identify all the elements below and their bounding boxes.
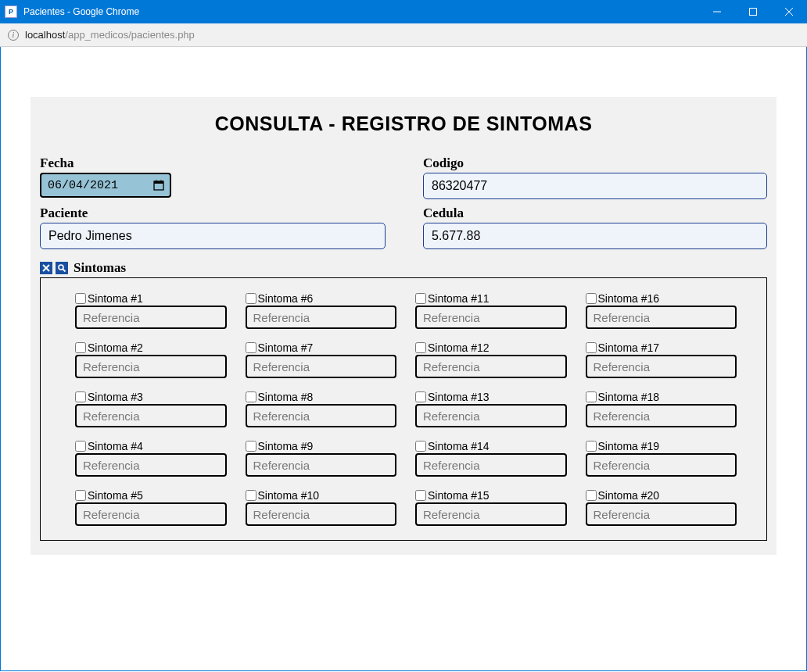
paciente-input[interactable] (40, 223, 386, 249)
sintoma-item: Sintoma #7 (246, 341, 397, 378)
url-host: localhost (25, 29, 65, 41)
sintoma-label: Sintoma #10 (258, 489, 320, 502)
sintoma-label: Sintoma #18 (598, 391, 660, 403)
sintoma-checkbox[interactable] (586, 441, 597, 452)
sintoma-ref-input[interactable] (246, 355, 397, 378)
sintoma-checkbox[interactable] (415, 391, 426, 402)
page: CONSULTA - REGISTRO DE SINTOMAS Fecha 06… (12, 58, 795, 555)
codigo-input[interactable] (423, 173, 767, 199)
sintoma-checkbox[interactable] (246, 441, 256, 452)
sintoma-label: Sintoma #17 (598, 341, 660, 354)
sintoma-ref-input[interactable] (586, 404, 737, 427)
sintoma-item: Sintoma #16 (586, 292, 737, 329)
sintoma-check-row: Sintoma #6 (246, 292, 397, 305)
sintoma-check-row: Sintoma #11 (415, 292, 567, 305)
window-close-button[interactable] (771, 0, 807, 23)
sintoma-item: Sintoma #10 (246, 489, 397, 526)
sintoma-ref-input[interactable] (586, 306, 737, 329)
sintoma-ref-input[interactable] (586, 453, 737, 477)
sintoma-item: Sintoma #18 (586, 391, 737, 427)
sintoma-ref-input[interactable] (415, 453, 567, 477)
paciente-label: Paciente (40, 206, 386, 221)
sintoma-ref-input[interactable] (415, 502, 567, 526)
sintoma-checkbox[interactable] (75, 441, 86, 452)
close-section-button[interactable] (40, 262, 52, 274)
sintoma-checkbox[interactable] (75, 342, 86, 353)
sintoma-ref-input[interactable] (246, 306, 397, 329)
field-cedula: Cedula (423, 206, 767, 249)
sintoma-checkbox[interactable] (415, 342, 426, 353)
sintoma-check-row: Sintoma #20 (586, 489, 737, 502)
sintoma-checkbox[interactable] (586, 342, 597, 353)
sintoma-checkbox[interactable] (415, 441, 426, 452)
sintoma-ref-input[interactable] (246, 453, 397, 477)
sintoma-ref-input[interactable] (586, 502, 737, 526)
sintomas-grid: Sintoma #1Sintoma #2Sintoma #3Sintoma #4… (40, 277, 767, 541)
sintoma-item: Sintoma #15 (415, 489, 567, 526)
sintoma-item: Sintoma #8 (246, 391, 397, 427)
cedula-input[interactable] (423, 223, 767, 249)
sintoma-check-row: Sintoma #9 (246, 440, 397, 452)
sintoma-label: Sintoma #6 (258, 292, 314, 305)
address-bar[interactable]: i localhost/app_medicos/pacientes.php (0, 23, 807, 47)
sintoma-ref-input[interactable] (75, 306, 227, 329)
window-titlebar: P Pacientes - Google Chrome (0, 0, 807, 23)
fecha-input[interactable]: 06/04/2021 (40, 173, 171, 198)
sintoma-check-row: Sintoma #8 (246, 391, 397, 403)
fecha-label: Fecha (40, 155, 386, 171)
sintoma-checkbox[interactable] (75, 391, 86, 402)
sintoma-ref-input[interactable] (415, 404, 567, 427)
cedula-label: Cedula (423, 206, 767, 221)
sintoma-checkbox[interactable] (246, 293, 256, 304)
sintoma-check-row: Sintoma #4 (75, 440, 227, 452)
sintoma-item: Sintoma #11 (415, 292, 567, 329)
sintoma-check-row: Sintoma #13 (415, 391, 567, 403)
sintoma-label: Sintoma #19 (598, 440, 660, 452)
field-paciente: Paciente (40, 206, 386, 249)
url-path: /app_medicos/pacientes.php (65, 29, 195, 41)
sintoma-label: Sintoma #20 (598, 489, 660, 502)
sintoma-item: Sintoma #20 (586, 489, 737, 526)
sintoma-item: Sintoma #3 (75, 391, 227, 427)
panel-title: CONSULTA - REGISTRO DE SINTOMAS (38, 113, 769, 135)
sintoma-checkbox[interactable] (586, 391, 597, 402)
sintoma-checkbox[interactable] (75, 293, 86, 304)
sintoma-checkbox[interactable] (246, 391, 256, 402)
sintoma-ref-input[interactable] (75, 453, 227, 477)
sintomas-title: Sintomas (74, 260, 126, 276)
sintoma-item: Sintoma #9 (246, 440, 397, 477)
sintoma-label: Sintoma #16 (598, 292, 660, 305)
svg-line-11 (63, 269, 65, 271)
sintoma-check-row: Sintoma #17 (586, 341, 737, 354)
calendar-icon[interactable] (152, 179, 165, 191)
window-maximize-button[interactable] (735, 0, 771, 23)
search-section-button[interactable] (56, 262, 68, 274)
sintoma-ref-input[interactable] (75, 404, 227, 427)
sintoma-ref-input[interactable] (415, 355, 567, 378)
sintoma-check-row: Sintoma #5 (75, 489, 227, 502)
svg-point-10 (59, 265, 63, 270)
sintoma-checkbox[interactable] (75, 490, 86, 501)
sintoma-check-row: Sintoma #3 (75, 391, 227, 403)
sintoma-label: Sintoma #9 (258, 440, 314, 452)
sintoma-ref-input[interactable] (415, 306, 567, 329)
sintoma-check-row: Sintoma #2 (75, 341, 227, 354)
sintoma-ref-input[interactable] (246, 502, 397, 526)
sintoma-item: Sintoma #1 (75, 292, 227, 329)
sintoma-ref-input[interactable] (75, 355, 227, 378)
sintoma-check-row: Sintoma #16 (586, 292, 737, 305)
sintoma-checkbox[interactable] (586, 293, 597, 304)
sintoma-ref-input[interactable] (75, 502, 227, 526)
sintoma-checkbox[interactable] (586, 490, 597, 501)
sintoma-ref-input[interactable] (246, 404, 397, 427)
sintoma-checkbox[interactable] (246, 490, 256, 501)
sintoma-item: Sintoma #5 (75, 489, 227, 526)
window-minimize-button[interactable] (699, 0, 735, 23)
sintoma-label: Sintoma #4 (88, 440, 143, 452)
sintoma-checkbox[interactable] (415, 490, 426, 501)
viewport: CONSULTA - REGISTRO DE SINTOMAS Fecha 06… (0, 47, 807, 671)
sintoma-ref-input[interactable] (586, 355, 737, 378)
sintoma-item: Sintoma #12 (415, 341, 567, 378)
sintoma-checkbox[interactable] (415, 293, 426, 304)
sintoma-checkbox[interactable] (246, 342, 256, 353)
